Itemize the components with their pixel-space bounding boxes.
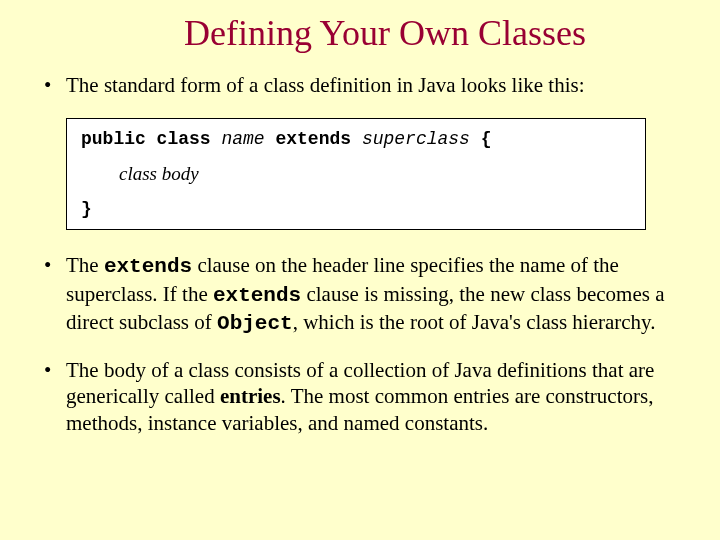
- bullet-1-text: The standard form of a class definition …: [66, 73, 584, 97]
- bullet-list: The standard form of a class definition …: [40, 72, 680, 98]
- code-kw-public-class: public class: [81, 129, 221, 149]
- bullet-list-2: The extends clause on the header line sp…: [40, 252, 680, 436]
- bullet-2-kw-extends-2: extends: [213, 284, 301, 307]
- bullet-2-kw-object: Object: [217, 312, 293, 335]
- code-header-line: public class name extends superclass {: [81, 129, 631, 149]
- code-superclass-placeholder: superclass: [362, 129, 470, 149]
- code-name-placeholder: name: [221, 129, 264, 149]
- bullet-3: The body of a class consists of a collec…: [40, 357, 680, 436]
- code-kw-extends: extends: [265, 129, 362, 149]
- bullet-1: The standard form of a class definition …: [40, 72, 680, 98]
- bullet-2-part4: , which is the root of Java's class hier…: [293, 310, 656, 334]
- bullet-2-part1: The: [66, 253, 104, 277]
- code-box: public class name extends superclass { c…: [66, 118, 646, 230]
- bullet-3-em-entries: entries: [220, 384, 281, 408]
- slide-title: Defining Your Own Classes: [40, 12, 680, 54]
- code-brace-close: }: [81, 199, 631, 219]
- bullet-2: The extends clause on the header line sp…: [40, 252, 680, 337]
- bullet-2-kw-extends-1: extends: [104, 255, 192, 278]
- slide: Defining Your Own Classes The standard f…: [0, 0, 720, 540]
- code-brace-open: {: [470, 129, 492, 149]
- code-body-placeholder: class body: [119, 163, 631, 185]
